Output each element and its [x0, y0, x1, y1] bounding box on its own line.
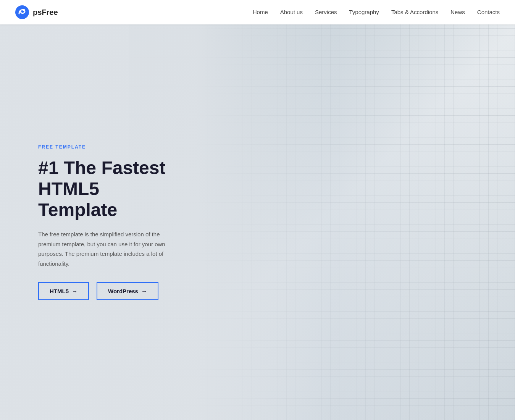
- html5-button[interactable]: HTML5 →: [38, 282, 89, 300]
- nav-link-home[interactable]: Home: [253, 9, 268, 15]
- nav-link-typography[interactable]: Typography: [349, 9, 379, 15]
- svg-point-1: [23, 9, 25, 11]
- arrow-icon-2: →: [141, 288, 147, 294]
- nav-link-services[interactable]: Services: [315, 9, 337, 15]
- hero-content: FREE TEMPLATE #1 The Fastest HTML5 Templ…: [0, 144, 214, 300]
- nav-item-home[interactable]: Home: [253, 9, 268, 16]
- nav-item-news[interactable]: News: [450, 9, 465, 16]
- nav-item-contacts[interactable]: Contacts: [477, 9, 500, 16]
- brand-name: psFree: [33, 8, 58, 17]
- nav-item-typography[interactable]: Typography: [349, 9, 379, 16]
- hero-subtitle: FREE TEMPLATE: [38, 144, 176, 150]
- navbar: psFree Home About us Services Typography…: [0, 0, 515, 24]
- nav-item-tabs[interactable]: Tabs & Accordions: [391, 9, 438, 16]
- brand-logo[interactable]: psFree: [15, 5, 58, 19]
- nav-link-news[interactable]: News: [450, 9, 465, 15]
- nav-link-tabs[interactable]: Tabs & Accordions: [391, 9, 438, 15]
- hero-section: FREE TEMPLATE #1 The Fastest HTML5 Templ…: [0, 24, 515, 420]
- arrow-icon: →: [72, 288, 77, 294]
- hero-buttons: HTML5 → WordPress →: [38, 282, 176, 300]
- nav-link-contacts[interactable]: Contacts: [477, 9, 500, 15]
- nav-links: Home About us Services Typography Tabs &…: [253, 9, 500, 16]
- wordpress-button[interactable]: WordPress →: [97, 282, 158, 300]
- hero-description: The free template is the simplified vers…: [38, 229, 176, 268]
- svg-point-0: [15, 5, 29, 19]
- brand-icon: [15, 5, 29, 19]
- nav-item-about[interactable]: About us: [280, 9, 303, 16]
- nav-link-about[interactable]: About us: [280, 9, 303, 15]
- nav-item-services[interactable]: Services: [315, 9, 337, 16]
- hero-title: #1 The Fastest HTML5 Template: [38, 157, 176, 221]
